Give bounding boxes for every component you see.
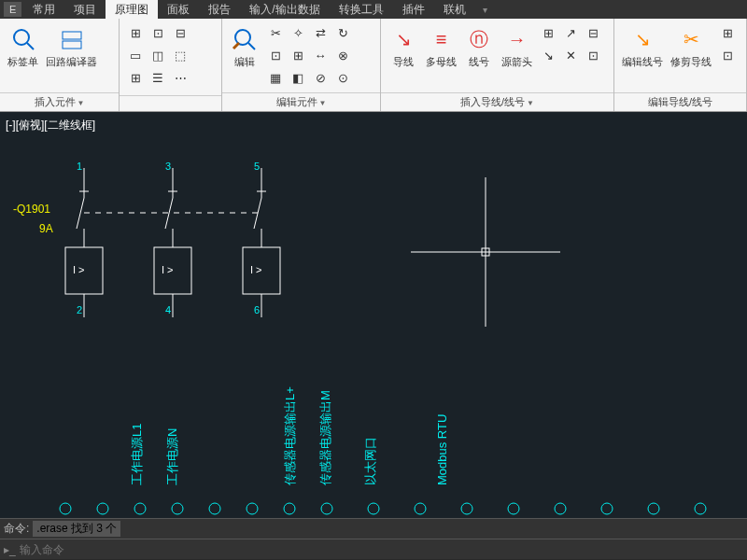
- small-btn[interactable]: ↗: [560, 22, 581, 43]
- tab-project[interactable]: 项目: [64, 0, 106, 20]
- ribbon-panel-insert-comp: 标签单 回路编译器 插入元件▼: [0, 19, 120, 111]
- small-btn[interactable]: ✕: [560, 45, 581, 65]
- small-btn[interactable]: ⊘: [310, 67, 331, 88]
- ribbon-panel-edit-comp: 编辑 ✂✧⇄↻ ⊡⊞↔⊗ ▦◧⊘⊙ 编辑元件▼: [222, 19, 381, 111]
- svg-point-31: [172, 503, 183, 514]
- small-btn[interactable]: ⊡: [148, 22, 168, 43]
- tab-plugin[interactable]: 插件: [393, 0, 434, 20]
- cmd-prompt: 命令:: [4, 521, 29, 537]
- small-btn[interactable]: ⊞: [538, 22, 558, 43]
- small-btn[interactable]: ↻: [332, 22, 353, 43]
- btn-icon-menu[interactable]: 标签单: [6, 22, 40, 69]
- btn-multibus[interactable]: ≡多母线: [424, 22, 458, 69]
- tab-convert[interactable]: 转换工具: [330, 0, 393, 20]
- viewport-label[interactable]: [-][俯视][二维线框]: [6, 118, 95, 133]
- command-history-line: 命令: .erase 找到 3 个: [0, 518, 747, 539]
- svg-point-33: [247, 503, 258, 514]
- pin-4: 4: [165, 304, 171, 315]
- btn-wire[interactable]: ↘导线: [387, 22, 420, 69]
- wirelabel-eth: 以太网口: [362, 437, 379, 485]
- btn-edit[interactable]: 编辑: [228, 22, 261, 69]
- small-btn[interactable]: ⇄: [310, 22, 331, 43]
- btn-circuit-builder-label: 回路编译器: [46, 56, 97, 67]
- btn-circuit-builder[interactable]: 回路编译器: [44, 22, 99, 69]
- pin-6: 6: [254, 304, 260, 315]
- small-btn[interactable]: ⬚: [170, 45, 190, 65]
- small-btn[interactable]: ↘: [538, 45, 558, 65]
- small-btn[interactable]: ⊟: [583, 22, 603, 43]
- btn-source-arrow[interactable]: →源箭头: [500, 22, 534, 69]
- tab-report[interactable]: 报告: [199, 0, 240, 20]
- command-input-line[interactable]: ▸_: [0, 539, 747, 559]
- svg-point-39: [508, 503, 519, 514]
- svg-point-30: [134, 503, 146, 514]
- pin-3: 3: [165, 161, 171, 172]
- small-btn[interactable]: ◧: [288, 67, 308, 88]
- btn-wirenum[interactable]: ⓝ线号: [462, 22, 496, 69]
- annot-3: I >: [250, 264, 262, 275]
- panel-label-insert-wire: 插入导线/线号: [460, 96, 525, 107]
- tab-panel[interactable]: 面板: [158, 0, 199, 20]
- tab-common[interactable]: 常用: [23, 0, 64, 20]
- tab-schematic[interactable]: 原理图: [106, 0, 158, 20]
- cursor-crosshair: [411, 177, 560, 327]
- annot-1: I >: [73, 264, 85, 275]
- svg-point-28: [60, 503, 71, 514]
- small-btn[interactable]: ⊗: [332, 45, 353, 65]
- btn-multibus-label: 多母线: [426, 56, 457, 67]
- small-btn[interactable]: ↔: [310, 45, 331, 65]
- small-btn[interactable]: ✂: [265, 22, 286, 43]
- svg-point-36: [368, 503, 379, 514]
- small-btn[interactable]: ⊡: [717, 45, 738, 65]
- wirelabel-l1: 工作电源L1: [129, 424, 146, 485]
- small-btn[interactable]: ▦: [265, 67, 286, 88]
- svg-point-29: [97, 503, 108, 514]
- btn-edit-wirenum[interactable]: ↘编辑线号: [620, 22, 665, 69]
- command-input[interactable]: [20, 543, 743, 556]
- btn-icon-menu-label: 标签单: [7, 56, 38, 67]
- small-btn[interactable]: ⊞: [288, 45, 308, 65]
- small-btn[interactable]: ⋯: [170, 67, 190, 88]
- small-btn[interactable]: ☰: [148, 67, 168, 88]
- small-btn[interactable]: ⊡: [583, 45, 603, 65]
- svg-point-35: [321, 503, 332, 514]
- comp-rating: 9A: [39, 222, 53, 235]
- ribbon-panel-small-1: ⊞⊡⊟ ▭◫⬚ ⊞☰⋯: [120, 19, 222, 111]
- svg-point-38: [461, 503, 472, 514]
- annot-2: I >: [162, 264, 174, 275]
- command-bar: 命令: .erase 找到 3 个 ▸_: [0, 518, 747, 560]
- btn-edit-wirenum-label: 编辑线号: [622, 56, 663, 67]
- small-btn[interactable]: ▭: [125, 45, 146, 65]
- small-btn[interactable]: ⊡: [265, 45, 286, 65]
- small-btn[interactable]: ⊟: [170, 22, 190, 43]
- small-btn[interactable]: ⊞: [125, 22, 146, 43]
- pin-2: 2: [77, 304, 82, 315]
- tab-online[interactable]: 联机: [434, 0, 475, 20]
- svg-point-40: [555, 503, 566, 514]
- svg-line-8: [77, 198, 84, 229]
- btn-wire-label: 导线: [393, 56, 414, 67]
- wirelabel-rtu: Modbus RTU: [435, 414, 449, 485]
- btn-trim-wire[interactable]: ✂修剪导线: [669, 22, 713, 69]
- wirelabel-lplus: 传感器电源输出L+: [282, 386, 299, 485]
- small-btn[interactable]: ◫: [148, 45, 168, 65]
- svg-point-0: [14, 30, 29, 45]
- ribbon-panel-insert-wire: ↘导线 ≡多母线 ⓝ线号 →源箭头 ⊞↗⊟ ↘✕⊡ 插入导线/线号▼: [381, 19, 614, 111]
- schematic-symbols: [56, 159, 299, 317]
- menubar-overflow-icon[interactable]: ▾: [483, 5, 487, 15]
- panel-label-edit-comp: 编辑元件: [276, 96, 317, 107]
- ribbon-panel-edit-wire: ↘编辑线号 ✂修剪导线 ⊞ ⊡ 编辑导线/线号: [614, 19, 747, 111]
- app-menu-button[interactable]: E: [4, 2, 21, 17]
- menubar: E 常用 项目 原理图 面板 报告 输入/输出数据 转换工具 插件 联机 ▾: [0, 0, 747, 19]
- panel-label-edit-wire: 编辑导线/线号: [648, 96, 712, 107]
- small-btn[interactable]: ✧: [288, 22, 308, 43]
- small-btn[interactable]: ⊙: [332, 67, 353, 88]
- small-btn[interactable]: ⊞: [125, 67, 146, 88]
- svg-point-37: [415, 503, 426, 514]
- svg-point-34: [284, 503, 295, 514]
- tab-io[interactable]: 输入/输出数据: [240, 0, 329, 20]
- comp-refdes: -Q1901: [13, 203, 50, 216]
- small-btn[interactable]: ⊞: [717, 22, 738, 43]
- ribbon: 标签单 回路编译器 插入元件▼ ⊞⊡⊟ ▭◫⬚ ⊞☰⋯ 编辑 ✂✧⇄: [0, 19, 747, 112]
- drawing-canvas[interactable]: [-][俯视][二维线框] -Q1901 9A 1 3 5 2 4 6 I > …: [0, 112, 747, 518]
